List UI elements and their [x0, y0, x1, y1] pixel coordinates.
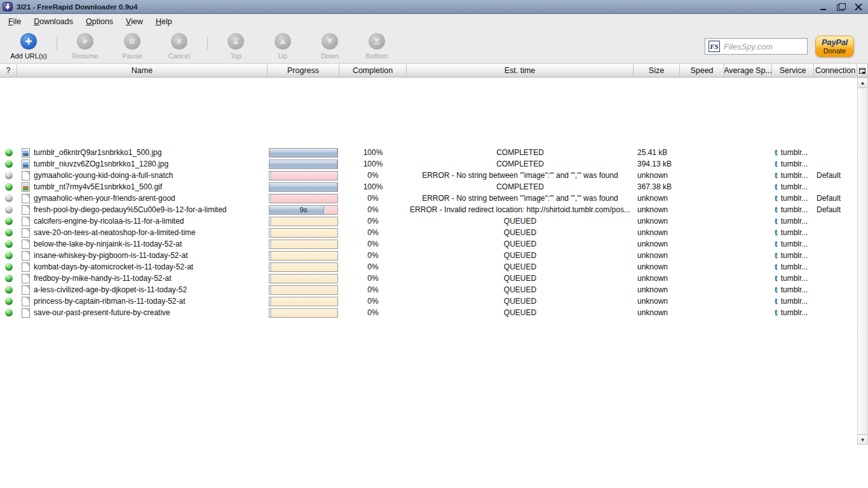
scroll-up-icon[interactable]: ▲ — [857, 78, 868, 88]
progress-bar — [269, 262, 338, 272]
column-header-name[interactable]: Name — [17, 64, 268, 78]
completion-cell: 100% — [339, 147, 407, 158]
status-enabled-icon — [5, 252, 13, 259]
download-name: fredboy-by-mike-handy-is-11-today-52-at — [34, 274, 172, 283]
paypal-donate-button[interactable]: PayPal Donate — [815, 36, 854, 57]
status-enabled-icon — [5, 297, 13, 305]
menu-downloads[interactable]: Downloads — [29, 16, 78, 27]
toolbar-button-label: Bottom — [366, 52, 388, 60]
column-header-completion[interactable]: Completion — [339, 64, 407, 78]
progress-cell: 9s — [268, 204, 339, 215]
file-type-blank-icon — [22, 217, 30, 226]
resume-button[interactable]: Resume — [62, 32, 109, 60]
column-header-progress[interactable]: Progress — [268, 64, 339, 78]
service-name: tumblr... — [781, 182, 808, 191]
column-header-average-sp[interactable]: Average Sp... — [724, 64, 772, 78]
top-button[interactable]: Top — [212, 32, 259, 60]
status-cell — [0, 158, 17, 170]
progress-cell — [268, 193, 339, 204]
vertical-scrollbar[interactable]: ▲ ▼ — [857, 78, 868, 445]
progress-cell — [268, 170, 339, 181]
minimize-button[interactable] — [820, 3, 829, 11]
app-window: 3/21 - FreeRapid Downloader 0.9u4 FileDo… — [0, 0, 868, 488]
file-type-gif-icon — [22, 182, 30, 192]
window-title: 3/21 - FreeRapid Downloader 0.9u4 — [17, 3, 137, 11]
column-chooser-button[interactable] — [857, 64, 868, 78]
cancel-button[interactable]: Cancel — [156, 32, 203, 60]
file-type-blank-icon — [22, 205, 30, 215]
table-settings-icon — [859, 68, 865, 74]
avg-speed-cell — [724, 181, 772, 193]
service-name: tumblr... — [781, 171, 808, 180]
avg-speed-cell — [724, 170, 772, 181]
table-row[interactable]: calcifers-engine-by-ricolaa-is-11-for-a-… — [0, 215, 857, 227]
column-header-speed[interactable]: Speed — [680, 64, 724, 78]
table-row[interactable]: fredboy-by-mike-handy-is-11-today-52-at0… — [0, 273, 857, 284]
download-name: tumblr_nt7rmy4v5E1snbrkko1_500.gif — [34, 182, 162, 191]
file-thumbnail — [23, 184, 29, 191]
column-header-service[interactable]: Service — [772, 64, 814, 78]
service-name: tumblr... — [781, 217, 808, 226]
status-cell — [0, 295, 17, 307]
search-input[interactable] — [724, 42, 803, 51]
add-url-s-button[interactable]: Add URL(s) — [5, 32, 52, 60]
table-row[interactable]: tumblr_niuvzv6ZOg1snbrkko1_1280.jpg100%C… — [0, 158, 857, 170]
download-name: tumblr_niuvzv6ZOg1snbrkko1_1280.jpg — [34, 159, 168, 168]
completion-cell: 0% — [339, 295, 407, 307]
table-row[interactable]: save-20-on-tees-at-neatoshop-for-a-limit… — [0, 227, 857, 238]
up-button[interactable]: Up — [259, 32, 306, 60]
service-name: tumblr... — [781, 262, 808, 271]
column-header-size[interactable]: Size — [634, 64, 680, 78]
avg-speed-cell — [724, 295, 772, 307]
status-enabled-icon — [5, 217, 13, 225]
donate-label: Donate — [824, 47, 846, 55]
pause-button[interactable]: Pause — [109, 32, 156, 60]
table-row[interactable]: insane-whiskey-by-pigboom-is-11-today-52… — [0, 250, 857, 261]
progress-cell — [268, 215, 339, 227]
connection-cell — [814, 261, 857, 273]
speed-cell — [680, 250, 724, 261]
table-row[interactable]: tumblr_o6kntrQ9ar1snbrkko1_500.jpg100%CO… — [0, 147, 857, 158]
file-type-blank-icon — [22, 240, 30, 249]
close-button[interactable] — [854, 3, 863, 11]
progress-fill — [269, 297, 271, 306]
table-row[interactable]: gymaaholic-young-kid-doing-a-full-snatch… — [0, 170, 857, 181]
scroll-thumb[interactable] — [857, 88, 868, 435]
column-header-[interactable]: ? — [0, 64, 17, 78]
tumblr-service-icon: t — [775, 172, 778, 179]
search-box[interactable]: FS — [705, 38, 808, 55]
table-row[interactable]: princess-by-captain-ribman-is-11-today-5… — [0, 295, 857, 307]
toolbar-button-label: Add URL(s) — [10, 52, 46, 60]
service-cell: ttumblr... — [772, 147, 814, 158]
avg-speed-cell — [724, 204, 772, 215]
progress-cell — [268, 307, 339, 318]
speed-cell — [680, 158, 724, 170]
table-row[interactable]: fresh-pool-by-diego-pedauy%5Cu00e9-is-12… — [0, 204, 857, 215]
scroll-track[interactable] — [857, 88, 868, 435]
column-header-connection[interactable]: Connection — [814, 64, 857, 78]
menu-options[interactable]: Options — [81, 16, 118, 27]
connection-cell: Default — [814, 193, 857, 204]
progress-cell — [268, 261, 339, 273]
status-enabled-icon — [5, 286, 13, 294]
down-button[interactable]: Down — [306, 32, 353, 60]
table-row[interactable]: save-our-past-present-future-by-creative… — [0, 307, 857, 318]
menu-view[interactable]: View — [121, 16, 148, 27]
table-row[interactable]: below-the-lake-by-ninjaink-is-11-today-5… — [0, 238, 857, 250]
scroll-down-icon[interactable]: ▼ — [857, 435, 868, 445]
restore-button[interactable] — [837, 3, 846, 11]
est-time-cell: QUEUED — [407, 307, 634, 318]
tumblr-service-icon: t — [775, 183, 778, 191]
column-header-est-time[interactable]: Est. time — [407, 64, 634, 78]
table-row[interactable]: a-less-civilized-age-by-djkopet-is-11-to… — [0, 284, 857, 295]
menu-file[interactable]: File — [3, 16, 26, 27]
table-row[interactable]: kombat-days-by-atomicrocket-is-11-today-… — [0, 261, 857, 273]
menu-help[interactable]: Help — [151, 16, 177, 27]
bottom-button[interactable]: Bottom — [353, 32, 400, 60]
status-disabled-icon — [5, 206, 13, 214]
table-row[interactable]: tumblr_nt7rmy4v5E1snbrkko1_500.gif100%CO… — [0, 181, 857, 193]
table-row[interactable]: gymaaholic-when-your-friends-arent-good0… — [0, 193, 857, 204]
download-table: tumblr_o6kntrQ9ar1snbrkko1_500.jpg100%CO… — [0, 78, 857, 445]
title-bar: 3/21 - FreeRapid Downloader 0.9u4 — [0, 0, 868, 14]
size-cell: unknown — [634, 193, 680, 204]
